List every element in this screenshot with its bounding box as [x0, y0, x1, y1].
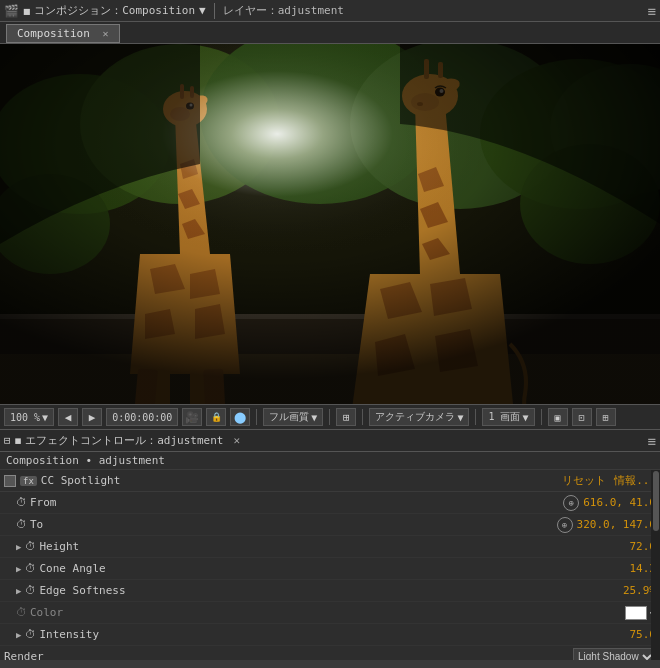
composition-dropdown[interactable]: ▼ [199, 4, 206, 17]
top-bar-menu[interactable]: ≡ [648, 3, 656, 19]
fx-checkbox[interactable] [4, 475, 16, 487]
intensity-label: Intensity [39, 628, 629, 641]
fx-cone-angle-row: ▶ ⏱ Cone Angle 14.3 [0, 558, 660, 580]
fx-composition-name: Composition [6, 454, 79, 467]
color-label: Color [30, 606, 625, 619]
composition-tab[interactable]: Composition ✕ [6, 24, 120, 43]
fx-panel-menu[interactable]: ≡ [648, 433, 656, 449]
intensity-expand[interactable]: ▶ [16, 630, 21, 640]
fx-panel-icon1: ⊟ [4, 434, 11, 447]
to-label: To [30, 518, 557, 531]
height-expand[interactable]: ▶ [16, 542, 21, 552]
lock-icon: 🔒 [211, 412, 222, 422]
fx-to-row: ⏱ To ⊕ 320.0, 147.0 [0, 514, 660, 536]
edge-softness-label: Edge Softness [39, 584, 622, 597]
zoom-dropdown-icon[interactable]: ▼ [42, 412, 48, 423]
icon-b: ⊡ [578, 412, 584, 423]
camera-view-label: アクティブカメラ [375, 410, 455, 424]
fx-intensity-row: ▶ ⏱ Intensity 75.0 [0, 624, 660, 646]
preview-area [0, 44, 660, 404]
grid-icon: ⊞ [343, 411, 350, 424]
cone-angle-expand[interactable]: ▶ [16, 564, 21, 574]
scene-svg [0, 44, 660, 404]
render-select[interactable]: Light Shadow Light Only Shadow Only [573, 648, 656, 661]
scrollbar-thumb[interactable] [653, 471, 659, 531]
edge-softness-stopwatch[interactable]: ⏱ [25, 584, 36, 597]
color-icon-btn[interactable]: ⬤ [230, 408, 250, 426]
from-label: From [30, 496, 563, 509]
fx-info-btn[interactable]: 情報... [614, 473, 656, 488]
icon-a-btn[interactable]: ▣ [548, 408, 568, 426]
height-label: Height [39, 540, 629, 553]
render-label: Render [4, 650, 573, 660]
icon-b-btn[interactable]: ⊡ [572, 408, 592, 426]
zoom-value: 100 % [10, 412, 40, 423]
composition-title: コンポジション：Composition [34, 3, 195, 18]
giraffe-scene [0, 44, 660, 404]
quality-dropdown-icon: ▼ [311, 412, 317, 423]
quality-select[interactable]: フル画質 ▼ [263, 408, 323, 426]
camera-icon-btn[interactable]: 🎥 [182, 408, 202, 426]
fx-panel-icon2: ◼ [15, 434, 22, 447]
view-select[interactable]: 1 画面 ▼ [482, 408, 534, 426]
toolbar-separator-1 [256, 409, 257, 425]
cone-angle-stopwatch[interactable]: ⏱ [25, 562, 36, 575]
fx-edge-softness-row: ▶ ⏱ Edge Softness 25.9% [0, 580, 660, 602]
fx-panel-title: エフェクトコントロール：adjustment [25, 433, 223, 448]
camera-view-dropdown-icon: ▼ [457, 412, 463, 423]
to-stopwatch[interactable]: ⏱ [16, 518, 27, 531]
view-label: 1 画面 [488, 410, 520, 424]
fx-content: fx CC Spotlight リセット 情報... ⏱ From ⊕ 616.… [0, 470, 660, 660]
fx-scrollbar[interactable] [651, 470, 660, 660]
nav-left-icon: ◀ [65, 411, 72, 424]
fx-height-row: ▶ ⏱ Height 72.0 [0, 536, 660, 558]
camera-icon: 🎥 [185, 411, 199, 424]
grid-icon-btn[interactable]: ⊞ [336, 408, 356, 426]
toolbar-separator-4 [475, 409, 476, 425]
nav-left-btn[interactable]: ◀ [58, 408, 78, 426]
film-icon: 🎬 [4, 4, 19, 18]
icon-c: ⊞ [602, 412, 608, 423]
to-target[interactable]: ⊕ [557, 517, 573, 533]
fx-reset-btn[interactable]: リセット [562, 473, 606, 488]
toolbar-separator-2 [329, 409, 330, 425]
fx-color-row: ⏱ Color ⋯ [0, 602, 660, 624]
fx-effect-name: CC Spotlight [41, 474, 558, 487]
from-stopwatch[interactable]: ⏱ [16, 496, 27, 509]
to-value[interactable]: 320.0, 147.0 [577, 518, 656, 531]
timecode-value: 0:00:00:00 [112, 412, 172, 423]
color-swatch[interactable] [625, 606, 647, 620]
from-target[interactable]: ⊕ [563, 495, 579, 511]
fx-from-row: ⏱ From ⊕ 616.0, 41.0 [0, 492, 660, 514]
fx-bullet: • [85, 454, 92, 467]
lock-icon-btn[interactable]: 🔒 [206, 408, 226, 426]
icon-c-btn[interactable]: ⊞ [596, 408, 616, 426]
color-stopwatch[interactable]: ⏱ [16, 606, 27, 619]
preview-toolbar: 100 % ▼ ◀ ▶ 0:00:00:00 🎥 🔒 ⬤ フル画質 ▼ ⊞ アク… [0, 404, 660, 430]
fx-badge: fx [20, 476, 37, 486]
cone-angle-label: Cone Angle [39, 562, 629, 575]
height-stopwatch[interactable]: ⏱ [25, 540, 36, 553]
toolbar-separator-3 [362, 409, 363, 425]
layer-label: レイヤー：adjustment [223, 3, 344, 18]
fx-panel-close[interactable]: ✕ [233, 434, 240, 447]
fx-panel-header: ⊟ ◼ エフェクトコントロール：adjustment ✕ ≡ [0, 430, 660, 452]
fx-panel: Composition • adjustment fx CC Spotlight… [0, 452, 660, 660]
nav-right-btn[interactable]: ▶ [82, 408, 102, 426]
composition-tab-label: Composition [17, 27, 90, 40]
composition-tab-close[interactable]: ✕ [102, 28, 108, 39]
toolbar-separator-5 [541, 409, 542, 425]
fx-layer-breadcrumb: Composition • adjustment [0, 452, 660, 470]
from-value[interactable]: 616.0, 41.0 [583, 496, 656, 509]
color-icon: ⬤ [234, 411, 246, 424]
edge-softness-expand[interactable]: ▶ [16, 586, 21, 596]
nav-right-icon: ▶ [89, 411, 96, 424]
view-dropdown-icon: ▼ [522, 412, 528, 423]
fx-render-row: Render Light Shadow Light Only Shadow On… [0, 646, 660, 660]
quality-label: フル画質 [269, 410, 309, 424]
intensity-stopwatch[interactable]: ⏱ [25, 628, 36, 641]
zoom-control[interactable]: 100 % ▼ [4, 408, 54, 426]
timecode-display[interactable]: 0:00:00:00 [106, 408, 178, 426]
icon-a: ▣ [554, 412, 560, 423]
camera-view-select[interactable]: アクティブカメラ ▼ [369, 408, 469, 426]
